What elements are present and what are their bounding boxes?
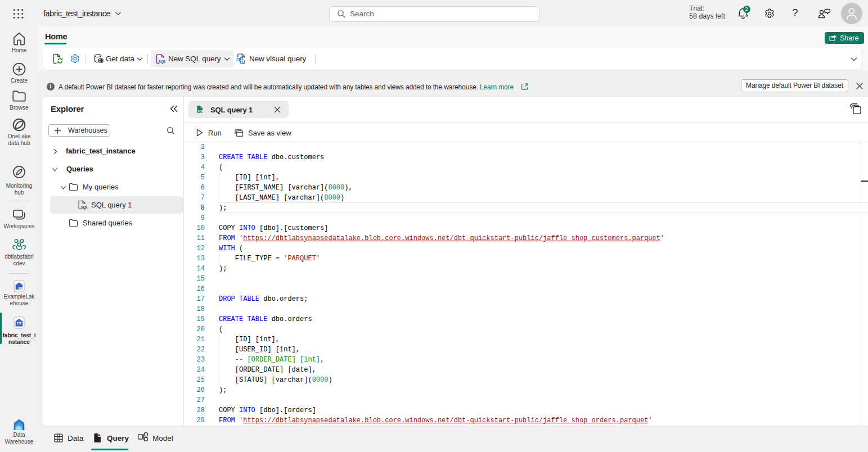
svg-text:SQL: SQL bbox=[197, 110, 204, 113]
svg-text:SQL: SQL bbox=[80, 205, 87, 210]
svg-text:SQL: SQL bbox=[158, 60, 165, 64]
